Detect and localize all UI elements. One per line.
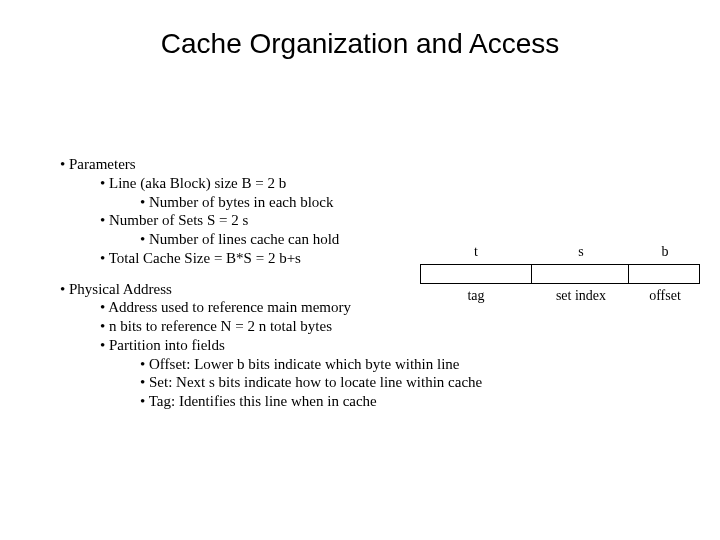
bullet-num-bytes: • Number of bytes in each block: [140, 193, 700, 212]
address-bit-labels: t s b: [420, 244, 700, 260]
label-t-bits: t: [420, 244, 532, 260]
bullet-set-desc: • Set: Next s bits indicate how to locat…: [140, 373, 700, 392]
address-field-names: tag set index offset: [420, 288, 700, 304]
field-tag-cell: [421, 265, 532, 283]
bullet-num-sets: • Number of Sets S = 2 s: [100, 211, 700, 230]
slide-title: Cache Organization and Access: [0, 28, 720, 60]
label-s-bits: s: [532, 244, 630, 260]
bullet-offset-desc: • Offset: Lower b bits indicate which by…: [140, 355, 700, 374]
field-set-cell: [532, 265, 629, 283]
address-diagram: t s b tag set index offset: [420, 244, 700, 304]
bullet-tag-desc: • Tag: Identifies this line when in cach…: [140, 392, 700, 411]
address-fields-box: [420, 264, 700, 284]
bullet-parameters: • Parameters: [60, 155, 700, 174]
label-offset: offset: [630, 288, 700, 304]
field-offset-cell: [629, 265, 699, 283]
label-set-index: set index: [532, 288, 630, 304]
bullet-n-bits: • n bits to reference N = 2 n total byte…: [100, 317, 700, 336]
bullet-line-size: • Line (aka Block) size B = 2 b: [100, 174, 700, 193]
label-tag: tag: [420, 288, 532, 304]
bullet-partition: • Partition into fields: [100, 336, 700, 355]
label-b-bits: b: [630, 244, 700, 260]
